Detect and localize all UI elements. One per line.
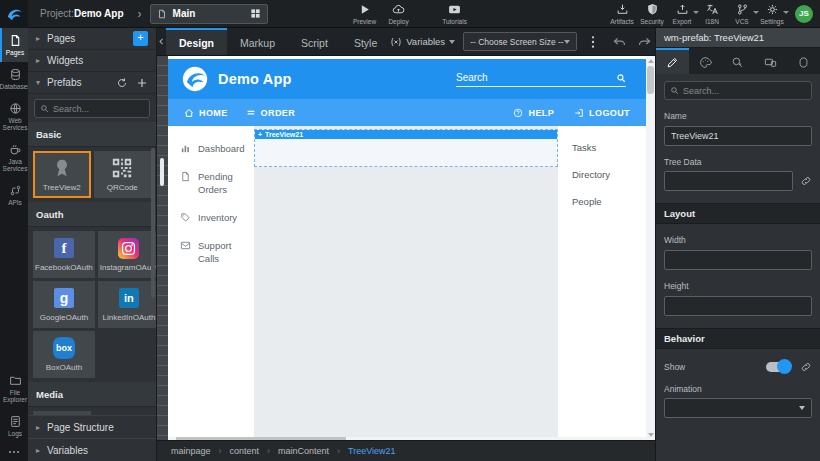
tree-data-input[interactable] xyxy=(664,171,793,191)
scroll-down-icon[interactable] xyxy=(646,430,655,440)
api-icon xyxy=(9,184,22,197)
undo-icon[interactable] xyxy=(612,34,627,49)
property-search-box[interactable] xyxy=(664,81,812,100)
tab-design[interactable]: Design xyxy=(166,28,227,55)
redo-icon[interactable] xyxy=(637,34,652,49)
bind-link-icon[interactable] xyxy=(800,361,812,373)
section-pages[interactable]: ▸ Pages + xyxy=(28,28,156,50)
show-toggle[interactable] xyxy=(766,362,790,372)
app-search-field[interactable]: Search xyxy=(456,72,626,87)
bind-link-icon[interactable] xyxy=(800,175,812,187)
rail-item-pages[interactable]: Pages xyxy=(0,28,28,62)
settings-button[interactable]: Settings xyxy=(757,3,787,25)
design-canvas: Demo App Search HOME ORDER xyxy=(157,56,655,440)
more-menu-icon[interactable] xyxy=(585,34,601,50)
qrcode-icon xyxy=(111,157,133,179)
tab-devices[interactable] xyxy=(754,48,787,74)
sidebar-item-inventory[interactable]: Inventory xyxy=(180,211,254,224)
nav-order[interactable]: ORDER xyxy=(246,108,296,118)
sidebar-item-dashboard[interactable]: Dashboard xyxy=(180,142,254,155)
i18n-button[interactable]: I18N xyxy=(697,3,727,25)
ribbon-icon xyxy=(51,156,73,180)
tab-markup[interactable]: Markup xyxy=(227,28,288,55)
prefab-tile-googleoauth[interactable]: g GoogleOAuth xyxy=(33,281,95,328)
variables-dropdown[interactable]: Variables xyxy=(390,36,455,48)
add-page-button[interactable]: + xyxy=(133,31,148,46)
rail-item-file-explorer[interactable]: File Explorer xyxy=(0,368,28,409)
rail-item-java-services[interactable]: Java Services xyxy=(0,137,28,178)
list-item-tasks[interactable]: Tasks xyxy=(572,142,646,153)
prefab-search-box[interactable] xyxy=(34,99,150,118)
sidebar-item-support-calls[interactable]: Support Calls xyxy=(180,239,254,265)
canvas-app-body: Dashboard Pending Orders Inventory xyxy=(168,126,646,437)
tab-styles[interactable] xyxy=(689,48,722,74)
collapse-left-icon[interactable] xyxy=(157,28,166,55)
nav-help[interactable]: HELP xyxy=(513,108,554,118)
caret-right-icon: ▸ xyxy=(36,56,40,65)
selected-widget-treeview21[interactable]: + TreeView21 xyxy=(254,129,558,167)
vscroll-thumb[interactable] xyxy=(647,66,654,94)
rail-item-web-services[interactable]: Web Services xyxy=(0,96,28,137)
sidebar-item-pending-orders[interactable]: Pending Orders xyxy=(180,170,254,196)
refresh-icon[interactable] xyxy=(116,77,128,89)
breadcrumb-maincontent[interactable]: mainContent xyxy=(278,446,329,456)
section-variables[interactable]: ▸ Variables xyxy=(28,438,156,461)
breadcrumb-content[interactable]: content xyxy=(230,446,260,456)
preview-button[interactable]: Preview xyxy=(350,3,380,25)
magnifier-x-icon xyxy=(731,56,744,69)
tab-style[interactable]: Style xyxy=(341,28,390,55)
list-item-people[interactable]: People xyxy=(572,196,646,207)
tab-security[interactable] xyxy=(787,48,820,74)
section-prefabs[interactable]: ▾ Prefabs xyxy=(28,72,156,94)
height-input[interactable] xyxy=(664,296,812,316)
rail-item-apis[interactable]: APIs xyxy=(0,178,28,212)
rail-item-logs[interactable]: Logs xyxy=(0,409,28,443)
deploy-button[interactable]: Deploy xyxy=(384,3,414,25)
user-avatar[interactable]: JS xyxy=(795,5,813,23)
move-icon: + xyxy=(258,130,262,139)
palette-scrollbar[interactable] xyxy=(151,148,155,298)
hscroll-thumb[interactable] xyxy=(176,437,346,440)
more-options-button[interactable] xyxy=(0,443,28,461)
prefab-tile-instagramoauth[interactable]: InstagramOAuth xyxy=(98,231,156,278)
globe-icon xyxy=(9,102,22,115)
rail-item-databases[interactable]: Databases xyxy=(0,62,28,96)
add-prefab-icon[interactable] xyxy=(136,77,148,89)
export-button[interactable]: Export xyxy=(667,3,697,25)
page-selector[interactable]: Main xyxy=(150,4,268,24)
property-search-input[interactable] xyxy=(683,86,806,96)
ruler-scrollbar-thumb[interactable] xyxy=(160,158,164,186)
screen-size-select[interactable]: -- Choose Screen Size -- xyxy=(463,32,577,51)
list-item-directory[interactable]: Directory xyxy=(572,169,646,180)
canvas-vertical-scrollbar[interactable] xyxy=(646,56,655,440)
prefab-tile-facebookoauth[interactable]: f FacebookOAuth xyxy=(33,231,95,278)
animation-select[interactable] xyxy=(664,398,812,418)
prefab-tile-boxoauth[interactable]: box BoxOAuth xyxy=(33,331,95,378)
prefab-tile-qrcode[interactable]: QRCode xyxy=(94,151,152,198)
nav-home[interactable]: HOME xyxy=(184,108,228,118)
breadcrumb-mainpage[interactable]: mainpage xyxy=(171,446,211,456)
scroll-up-icon[interactable] xyxy=(646,56,655,66)
canvas-app-header[interactable]: Demo App Search xyxy=(168,59,646,99)
artifacts-button[interactable]: Artifacts xyxy=(607,3,637,25)
studio-logo[interactable] xyxy=(0,0,28,28)
section-widgets[interactable]: ▸ Widgets xyxy=(28,50,156,72)
tab-search-styles[interactable] xyxy=(722,48,755,74)
canvas-horizontal-scrollbar[interactable] xyxy=(168,437,646,440)
prefab-search-input[interactable] xyxy=(53,104,144,114)
tab-properties[interactable] xyxy=(656,48,689,74)
tutorials-button[interactable]: Tutorials xyxy=(440,3,470,25)
app-title: Demo App xyxy=(218,71,292,87)
name-input[interactable] xyxy=(664,126,812,146)
security-button[interactable]: Security xyxy=(637,3,667,25)
width-input[interactable] xyxy=(664,250,812,270)
vcs-button[interactable]: VCS xyxy=(727,3,757,25)
tab-script[interactable]: Script xyxy=(288,28,341,55)
section-page-structure[interactable]: ▸ Page Structure xyxy=(28,415,156,438)
caret-right-icon: ▸ xyxy=(36,34,40,43)
prefab-tile-treeview2[interactable]: TreeView2 xyxy=(33,151,91,198)
breadcrumb-treeview21[interactable]: TreeView21 xyxy=(348,446,396,456)
coffee-cup-icon xyxy=(9,143,22,156)
nav-logout[interactable]: LOGOUT xyxy=(574,108,630,118)
prefab-tile-linkedinoauth[interactable]: in LinkedInOAuth xyxy=(98,281,156,328)
